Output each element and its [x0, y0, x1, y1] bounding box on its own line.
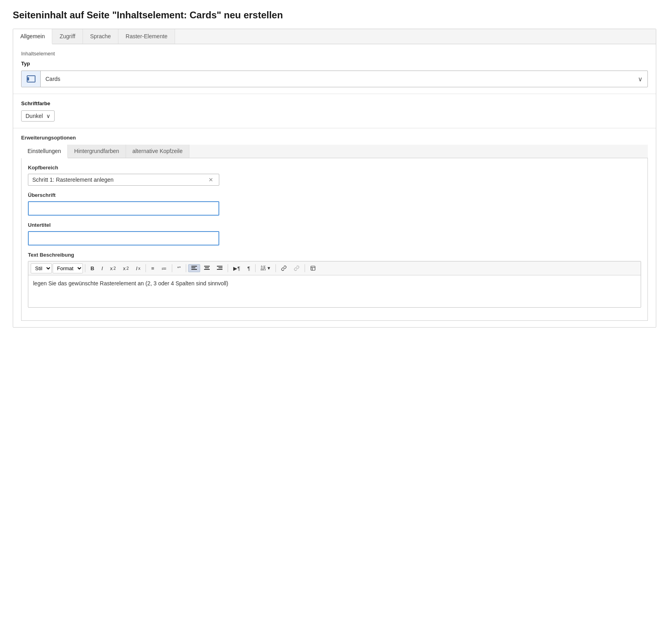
- rte-stil-select[interactable]: Stil: [31, 263, 52, 273]
- rte-ordered-list-button[interactable]: ≡: [148, 264, 157, 273]
- sub-tabs-bar: Einstellungen Hintergrundfarben alternat…: [21, 145, 648, 158]
- untertitel-label: Untertitel: [28, 222, 641, 228]
- typ-label: Typ: [21, 61, 648, 67]
- ueberschrift-input[interactable]: [28, 201, 219, 216]
- tab-sprache[interactable]: Sprache: [83, 29, 118, 44]
- rte-toolbar: Stil Format B I x2 x2 Ix ≡: [28, 261, 641, 275]
- type-icon: [22, 71, 41, 87]
- rte-special-chars-button[interactable]: 話 ▾: [258, 263, 274, 273]
- rte-unordered-list-button[interactable]: ≔: [158, 264, 170, 273]
- rte-format-select[interactable]: Format: [53, 263, 83, 273]
- rte-blockquote-button[interactable]: “”: [174, 264, 184, 273]
- rte-italic-button[interactable]: I: [98, 264, 106, 273]
- sub-tab-hintergrundfarben[interactable]: Hintergrundfarben: [68, 145, 126, 158]
- main-container: Allgemein Zugriff Sprache Raster-Element…: [13, 29, 656, 328]
- text-beschreibung-group: Text Beschreibung Stil Format B I: [28, 252, 641, 308]
- rte-sep-6: [255, 264, 256, 272]
- rte-align-right-button[interactable]: [214, 264, 226, 272]
- svg-rect-0: [191, 266, 197, 267]
- svg-rect-8: [217, 269, 222, 270]
- svg-rect-3: [204, 266, 210, 267]
- tab-zugriff[interactable]: Zugriff: [52, 29, 83, 44]
- schriftfarbe-label: Schriftfarbe: [21, 100, 648, 106]
- type-value: Cards: [41, 76, 633, 82]
- rte-removeformat-button[interactable]: Ix: [133, 264, 144, 273]
- erweiterungsoptionen-section: Erweiterungsoptionen Einstellungen Hinte…: [13, 128, 656, 327]
- svg-rect-7: [218, 267, 222, 268]
- schriftfarbe-dropdown[interactable]: Dunkel ∨: [21, 110, 55, 122]
- rte-outdent-button[interactable]: ¶: [244, 264, 253, 273]
- svg-rect-6: [217, 266, 222, 267]
- untertitel-group: Untertitel: [28, 222, 641, 245]
- svg-rect-2: [191, 269, 197, 270]
- rte-link-button[interactable]: [278, 264, 290, 273]
- sub-tab-einstellungen[interactable]: Einstellungen: [21, 145, 68, 158]
- rte-unlink-button[interactable]: [291, 264, 303, 273]
- kopfbereich-label: Kopfbereich: [28, 165, 641, 171]
- schriftfarbe-value: Dunkel: [26, 113, 43, 119]
- sub-content: Kopfbereich ✕ Überschrift Untertitel Tex…: [21, 158, 648, 321]
- schriftfarbe-chevron-icon: ∨: [46, 113, 50, 119]
- type-selector[interactable]: Cards ∨: [21, 71, 648, 87]
- ueberschrift-label: Überschrift: [28, 192, 641, 198]
- type-chevron-icon: ∨: [633, 75, 647, 83]
- rte-sep-1: [85, 264, 85, 272]
- cards-type-icon: [27, 75, 35, 82]
- inhaltselement-section: Inhaltselement Typ Cards ∨: [13, 44, 656, 94]
- rte-content-area[interactable]: legen Sie das gewünschte Rasterelement a…: [28, 275, 641, 307]
- rte-source-button[interactable]: [307, 264, 319, 273]
- svg-rect-9: [311, 266, 315, 271]
- svg-rect-5: [204, 269, 210, 270]
- text-beschreibung-label: Text Beschreibung: [28, 252, 641, 258]
- rte-sep-8: [305, 264, 305, 272]
- rte-indent-button[interactable]: ▶¶: [230, 264, 243, 273]
- rte-sep-4: [186, 264, 186, 272]
- rte-align-left-button[interactable]: [188, 264, 200, 272]
- rte-subscript-button[interactable]: x2: [107, 264, 119, 273]
- rte-container: Stil Format B I x2 x2 Ix ≡: [28, 261, 641, 308]
- rte-sep-2: [146, 264, 146, 272]
- rte-sep-3: [172, 264, 172, 272]
- kopfbereich-input-wrapper: ✕: [28, 174, 219, 186]
- inhaltselement-label: Inhaltselement: [21, 51, 648, 57]
- untertitel-input[interactable]: [28, 231, 219, 245]
- main-tabs-bar: Allgemein Zugriff Sprache Raster-Element…: [13, 29, 656, 44]
- tab-allgemein[interactable]: Allgemein: [13, 29, 52, 44]
- rte-superscript-button[interactable]: x2: [120, 264, 132, 273]
- rte-sep-7: [275, 264, 276, 272]
- schriftfarbe-section: Schriftfarbe Dunkel ∨: [13, 94, 656, 128]
- svg-rect-1: [191, 267, 195, 268]
- erweiterungsoptionen-label: Erweiterungsoptionen: [21, 135, 648, 141]
- rte-sep-5: [228, 264, 228, 272]
- kopfbereich-input[interactable]: [32, 177, 207, 183]
- svg-rect-4: [205, 267, 209, 268]
- page-title: Seiteninhalt auf Seite "Inhaltselement: …: [13, 10, 656, 21]
- sub-tab-alternative-kopfzeile[interactable]: alternative Kopfzeile: [126, 145, 189, 158]
- rte-align-center-button[interactable]: [201, 264, 213, 272]
- ueberschrift-group: Überschrift: [28, 192, 641, 216]
- rte-bold-button[interactable]: B: [87, 264, 97, 273]
- kopfbereich-clear-button[interactable]: ✕: [207, 177, 215, 183]
- tab-raster-elemente[interactable]: Raster-Elemente: [118, 29, 175, 44]
- kopfbereich-group: Kopfbereich ✕: [28, 165, 641, 186]
